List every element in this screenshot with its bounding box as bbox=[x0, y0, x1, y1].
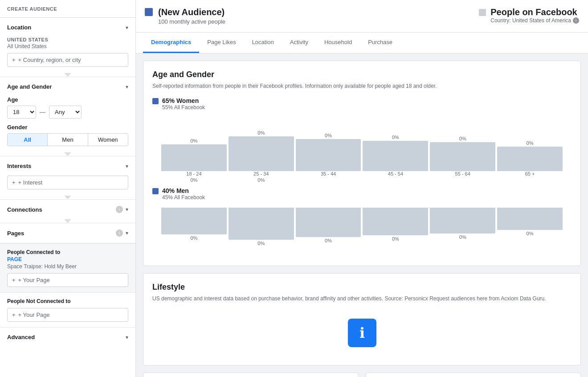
center-val-25: 0% bbox=[229, 177, 294, 183]
lifestyle-card-desc: US demographic and interest data based o… bbox=[152, 295, 572, 303]
bar-group-25-women: 0% bbox=[229, 130, 294, 171]
people-country: Country: United States of America i bbox=[490, 17, 579, 24]
gender-men-button[interactable]: Men bbox=[48, 134, 88, 146]
center-val-45 bbox=[363, 177, 428, 183]
bar-label-25-men: 0% bbox=[257, 241, 265, 246]
content-area: Age and Gender Self-reported information… bbox=[136, 53, 588, 377]
bar-group-35-men: 0% bbox=[296, 208, 361, 243]
relationship-status-card: Relationship Status bbox=[143, 373, 359, 377]
center-val-55 bbox=[430, 177, 495, 183]
connections-section-header[interactable]: Connections i ▾ bbox=[0, 200, 135, 219]
interest-placeholder: + Interest bbox=[18, 179, 43, 186]
men-legend-color bbox=[152, 188, 159, 194]
bar-55-men bbox=[430, 208, 495, 234]
bar-label-65-men: 0% bbox=[527, 231, 534, 236]
age-gender-body: Age 18 — Any Gender All Men Women bbox=[0, 96, 135, 152]
page-plus-icon: + bbox=[12, 277, 16, 283]
connections-chevron-icon: ▾ bbox=[126, 206, 128, 213]
age-gender-section-title: Age and Gender bbox=[7, 83, 52, 90]
people-connected-sub: Space Traipse: Hold My Beer bbox=[7, 263, 128, 270]
people-connected-title: People Connected to bbox=[7, 249, 128, 255]
age-label-45: 45 - 54 bbox=[363, 171, 428, 176]
tab-page-likes[interactable]: Page Likes bbox=[199, 33, 244, 53]
audience-right-info: People on Facebook Country: United State… bbox=[490, 7, 579, 24]
bar-65-men bbox=[497, 208, 563, 230]
pages-info-icon[interactable]: i bbox=[116, 229, 123, 237]
age-row: 18 — Any bbox=[7, 106, 128, 119]
tab-activity[interactable]: Activity bbox=[282, 33, 316, 53]
sidebar-header-title: Create Audience bbox=[7, 6, 57, 12]
age-label-35: 35 - 44 bbox=[296, 171, 361, 176]
center-val-18: 0% bbox=[161, 177, 227, 183]
bar-group-65-women: 0% bbox=[497, 140, 563, 171]
women-percent: 65% Women bbox=[162, 97, 205, 104]
main-content: (New Audience) 100 monthly active people… bbox=[136, 0, 588, 377]
bar-group-18-women: 0% bbox=[161, 138, 227, 171]
interests-section: Interests ▾ + + Interest bbox=[0, 156, 135, 200]
advanced-chevron-icon: ▾ bbox=[126, 334, 128, 340]
interests-input[interactable]: + + Interest bbox=[7, 176, 128, 189]
bar-group-65-men: 0% bbox=[497, 208, 563, 236]
lifestyle-icon-container: ℹ bbox=[152, 310, 572, 356]
page-plus-icon-2: + bbox=[12, 311, 16, 318]
sidebar: Create Audience Location ▾ UNITED STATES… bbox=[0, 0, 136, 377]
people-on-fb-title: People on Facebook bbox=[490, 7, 579, 17]
advanced-section[interactable]: Advanced ▾ bbox=[0, 327, 135, 347]
country-text: Country: United States of America bbox=[490, 17, 571, 24]
pages-section-header[interactable]: Pages i ▾ bbox=[0, 223, 135, 243]
age-to-select[interactable]: Any bbox=[49, 106, 82, 119]
location-input[interactable]: + + Country, region, or city bbox=[7, 53, 128, 67]
tab-purchase[interactable]: Purchase bbox=[360, 33, 400, 53]
tab-demographics[interactable]: Demographics bbox=[143, 33, 199, 53]
your-page-placeholder-not-connected: + Your Page bbox=[18, 311, 50, 318]
age-label-18: 18 - 24 bbox=[161, 171, 227, 176]
audience-name: (New Audience) bbox=[158, 7, 225, 17]
your-page-placeholder-connected: + Your Page bbox=[18, 277, 50, 283]
center-values-row: 0% 0% bbox=[152, 176, 572, 184]
age-from-select[interactable]: 18 bbox=[7, 106, 36, 119]
men-legend-text: 40% Men 45% All Facebook bbox=[162, 187, 205, 201]
bar-label-45-women: 0% bbox=[392, 135, 399, 140]
bar-45-women bbox=[363, 141, 428, 171]
bar-55-women bbox=[430, 142, 495, 171]
audience-info: (New Audience) 100 monthly active people bbox=[158, 7, 225, 25]
your-page-input-connected[interactable]: + + Your Page bbox=[7, 273, 128, 287]
interests-chevron-icon: ▾ bbox=[126, 163, 128, 169]
age-gender-section: Age and Gender ▾ Age 18 — Any Gender All bbox=[0, 77, 135, 156]
gender-buttons: All Men Women bbox=[7, 133, 128, 146]
location-section-header[interactable]: Location ▾ bbox=[0, 18, 135, 37]
age-gender-card-desc: Self-reported information from people in… bbox=[152, 82, 572, 90]
gender-all-button[interactable]: All bbox=[8, 134, 48, 146]
lifestyle-info-icon: ℹ bbox=[348, 319, 376, 347]
connections-section-title: Connections bbox=[7, 206, 42, 213]
interests-section-header[interactable]: Interests ▾ bbox=[0, 156, 135, 176]
bar-label-35-men: 0% bbox=[325, 238, 332, 243]
people-not-connected-section: People Not Connected to + + Your Page bbox=[0, 292, 135, 327]
women-legend-item: 65% Women 55% All Facebook bbox=[152, 97, 205, 111]
location-sublabel: All United States bbox=[7, 43, 128, 49]
people-connected-link[interactable]: PAGE bbox=[7, 256, 128, 262]
connections-controls: i ▾ bbox=[116, 206, 128, 213]
interest-plus-icon: + bbox=[12, 179, 16, 186]
pages-section: Pages i ▾ bbox=[0, 223, 135, 243]
bar-label-35-women: 0% bbox=[325, 133, 332, 138]
location-section-title: Location bbox=[7, 24, 31, 31]
age-label-25: 25 - 34 bbox=[229, 171, 294, 176]
age-label: Age bbox=[7, 96, 128, 103]
connections-info-icon[interactable]: i bbox=[116, 206, 123, 213]
tab-location[interactable]: Location bbox=[244, 33, 282, 53]
advanced-title: Advanced bbox=[7, 334, 35, 340]
location-placeholder: + Country, region, or city bbox=[18, 57, 81, 63]
age-gender-section-header[interactable]: Age and Gender ▾ bbox=[0, 77, 135, 96]
bar-45-men bbox=[363, 208, 428, 235]
audience-icon bbox=[145, 8, 153, 16]
people-connected-section: People Connected to PAGE Space Traipse: … bbox=[0, 243, 135, 292]
bar-group-35-women: 0% bbox=[296, 133, 361, 171]
women-legend-text: 65% Women 55% All Facebook bbox=[162, 97, 205, 111]
gender-women-button[interactable]: Women bbox=[88, 134, 128, 146]
gender-label: Gender bbox=[7, 124, 128, 131]
age-labels-row: 18 - 24 25 - 34 35 - 44 45 - 54 55 - 64 … bbox=[152, 171, 572, 176]
your-page-input-not-connected[interactable]: + + Your Page bbox=[7, 308, 128, 322]
bar-25-women bbox=[229, 136, 294, 171]
tab-household[interactable]: Household bbox=[316, 33, 360, 53]
